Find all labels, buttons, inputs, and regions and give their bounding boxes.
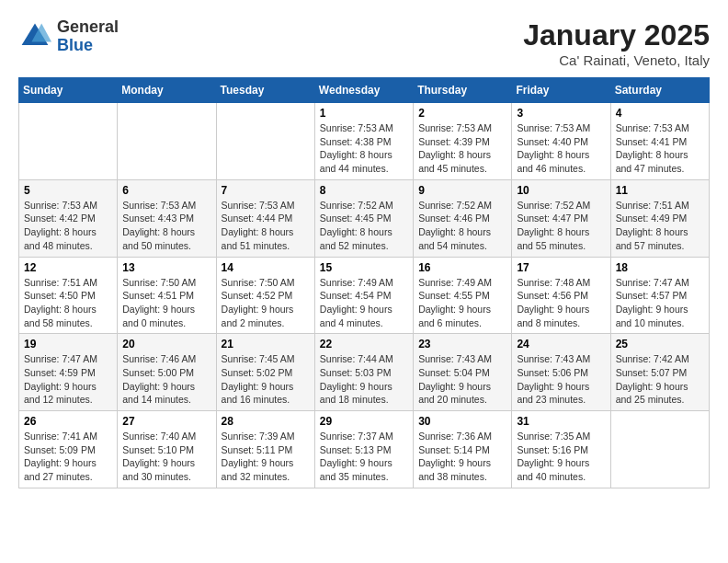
title-block: January 2025 Ca' Rainati, Veneto, Italy — [523, 18, 710, 68]
day-info: Sunrise: 7:52 AM Sunset: 4:47 PM Dayligh… — [517, 199, 605, 253]
calendar-cell: 1Sunrise: 7:53 AM Sunset: 4:38 PM Daylig… — [314, 103, 413, 180]
weekday-header: Sunday — [19, 78, 118, 103]
calendar-cell: 21Sunrise: 7:45 AM Sunset: 5:02 PM Dayli… — [216, 334, 314, 411]
day-info: Sunrise: 7:48 AM Sunset: 4:56 PM Dayligh… — [517, 276, 605, 330]
day-number: 20 — [122, 338, 210, 350]
month-title: January 2025 — [523, 18, 710, 52]
day-number: 13 — [122, 261, 210, 274]
day-number: 15 — [320, 261, 408, 274]
day-info: Sunrise: 7:43 AM Sunset: 5:04 PM Dayligh… — [418, 352, 506, 407]
calendar-cell: 9Sunrise: 7:52 AM Sunset: 4:46 PM Daylig… — [414, 179, 512, 257]
calendar-cell: 31Sunrise: 7:35 AM Sunset: 5:16 PM Dayli… — [512, 411, 610, 488]
day-info: Sunrise: 7:35 AM Sunset: 5:16 PM Dayligh… — [517, 430, 605, 484]
calendar-cell: 5Sunrise: 7:53 AM Sunset: 4:42 PM Daylig… — [19, 179, 118, 257]
weekday-header: Tuesday — [216, 78, 314, 103]
calendar-cell: 18Sunrise: 7:47 AM Sunset: 4:57 PM Dayli… — [610, 257, 709, 334]
day-number: 28 — [222, 415, 310, 428]
calendar-cell — [610, 411, 709, 488]
day-number: 12 — [24, 261, 112, 274]
weekday-header: Thursday — [414, 78, 512, 103]
day-number: 23 — [418, 338, 506, 350]
day-info: Sunrise: 7:47 AM Sunset: 4:59 PM Dayligh… — [24, 352, 112, 407]
calendar-week-row: 5Sunrise: 7:53 AM Sunset: 4:42 PM Daylig… — [19, 179, 710, 257]
day-number: 14 — [222, 261, 310, 274]
calendar-table: SundayMondayTuesdayWednesdayThursdayFrid… — [18, 77, 710, 488]
day-info: Sunrise: 7:53 AM Sunset: 4:43 PM Dayligh… — [122, 199, 210, 253]
day-info: Sunrise: 7:36 AM Sunset: 5:14 PM Dayligh… — [418, 430, 506, 484]
day-number: 6 — [122, 184, 210, 197]
calendar-cell: 3Sunrise: 7:53 AM Sunset: 4:40 PM Daylig… — [512, 103, 610, 180]
calendar-cell: 8Sunrise: 7:52 AM Sunset: 4:45 PM Daylig… — [314, 179, 413, 257]
calendar-cell — [19, 103, 118, 180]
day-number: 16 — [418, 261, 506, 274]
calendar-cell: 6Sunrise: 7:53 AM Sunset: 4:43 PM Daylig… — [118, 179, 216, 257]
day-number: 10 — [517, 184, 605, 197]
day-info: Sunrise: 7:45 AM Sunset: 5:02 PM Dayligh… — [222, 352, 310, 407]
day-number: 31 — [517, 415, 605, 428]
day-info: Sunrise: 7:47 AM Sunset: 4:57 PM Dayligh… — [616, 276, 704, 330]
page-header: General Blue January 2025 Ca' Rainati, V… — [18, 18, 710, 68]
day-info: Sunrise: 7:53 AM Sunset: 4:44 PM Dayligh… — [222, 199, 310, 253]
calendar-cell: 15Sunrise: 7:49 AM Sunset: 4:54 PM Dayli… — [314, 257, 413, 334]
calendar-cell: 27Sunrise: 7:40 AM Sunset: 5:10 PM Dayli… — [118, 411, 216, 488]
calendar-week-row: 19Sunrise: 7:47 AM Sunset: 4:59 PM Dayli… — [19, 334, 710, 411]
day-info: Sunrise: 7:53 AM Sunset: 4:39 PM Dayligh… — [418, 121, 506, 176]
day-info: Sunrise: 7:42 AM Sunset: 5:07 PM Dayligh… — [616, 352, 704, 407]
day-info: Sunrise: 7:51 AM Sunset: 4:49 PM Dayligh… — [616, 199, 704, 253]
day-number: 29 — [320, 415, 408, 428]
calendar-cell: 22Sunrise: 7:44 AM Sunset: 5:03 PM Dayli… — [314, 334, 413, 411]
weekday-header: Wednesday — [314, 78, 413, 103]
day-info: Sunrise: 7:53 AM Sunset: 4:38 PM Dayligh… — [320, 121, 408, 176]
weekday-header-row: SundayMondayTuesdayWednesdayThursdayFrid… — [19, 78, 710, 103]
day-number: 18 — [616, 261, 704, 274]
day-number: 26 — [24, 415, 112, 428]
calendar-cell: 30Sunrise: 7:36 AM Sunset: 5:14 PM Dayli… — [414, 411, 512, 488]
calendar-cell: 26Sunrise: 7:41 AM Sunset: 5:09 PM Dayli… — [19, 411, 118, 488]
weekday-header: Friday — [512, 78, 610, 103]
calendar-cell: 23Sunrise: 7:43 AM Sunset: 5:04 PM Dayli… — [414, 334, 512, 411]
day-number: 7 — [222, 184, 310, 197]
logo-text: General Blue — [57, 18, 119, 55]
day-number: 9 — [418, 184, 506, 197]
calendar-cell: 17Sunrise: 7:48 AM Sunset: 4:56 PM Dayli… — [512, 257, 610, 334]
weekday-header: Monday — [118, 78, 216, 103]
day-info: Sunrise: 7:46 AM Sunset: 5:00 PM Dayligh… — [122, 352, 210, 407]
day-number: 19 — [24, 338, 112, 350]
day-info: Sunrise: 7:44 AM Sunset: 5:03 PM Dayligh… — [320, 352, 408, 407]
day-number: 1 — [320, 107, 408, 120]
calendar-week-row: 26Sunrise: 7:41 AM Sunset: 5:09 PM Dayli… — [19, 411, 710, 488]
day-info: Sunrise: 7:52 AM Sunset: 4:46 PM Dayligh… — [418, 199, 506, 253]
calendar-cell: 19Sunrise: 7:47 AM Sunset: 4:59 PM Dayli… — [19, 334, 118, 411]
day-number: 8 — [320, 184, 408, 197]
day-info: Sunrise: 7:39 AM Sunset: 5:11 PM Dayligh… — [222, 430, 310, 484]
day-number: 11 — [616, 184, 704, 197]
day-number: 2 — [418, 107, 506, 120]
weekday-header: Saturday — [610, 78, 709, 103]
calendar-cell: 16Sunrise: 7:49 AM Sunset: 4:55 PM Dayli… — [414, 257, 512, 334]
day-info: Sunrise: 7:41 AM Sunset: 5:09 PM Dayligh… — [24, 430, 112, 484]
day-info: Sunrise: 7:53 AM Sunset: 4:40 PM Dayligh… — [517, 121, 605, 176]
calendar-cell: 12Sunrise: 7:51 AM Sunset: 4:50 PM Dayli… — [19, 257, 118, 334]
calendar-cell: 2Sunrise: 7:53 AM Sunset: 4:39 PM Daylig… — [414, 103, 512, 180]
calendar-cell: 20Sunrise: 7:46 AM Sunset: 5:00 PM Dayli… — [118, 334, 216, 411]
calendar-cell: 10Sunrise: 7:52 AM Sunset: 4:47 PM Dayli… — [512, 179, 610, 257]
day-info: Sunrise: 7:37 AM Sunset: 5:13 PM Dayligh… — [320, 430, 408, 484]
day-number: 17 — [517, 261, 605, 274]
calendar-cell: 13Sunrise: 7:50 AM Sunset: 4:51 PM Dayli… — [118, 257, 216, 334]
day-number: 24 — [517, 338, 605, 350]
day-info: Sunrise: 7:53 AM Sunset: 4:42 PM Dayligh… — [24, 199, 112, 253]
day-number: 22 — [320, 338, 408, 350]
calendar-cell: 11Sunrise: 7:51 AM Sunset: 4:49 PM Dayli… — [610, 179, 709, 257]
day-number: 27 — [122, 415, 210, 428]
day-number: 30 — [418, 415, 506, 428]
day-info: Sunrise: 7:49 AM Sunset: 4:55 PM Dayligh… — [418, 276, 506, 330]
calendar-cell: 28Sunrise: 7:39 AM Sunset: 5:11 PM Dayli… — [216, 411, 314, 488]
day-number: 4 — [616, 107, 704, 120]
day-info: Sunrise: 7:51 AM Sunset: 4:50 PM Dayligh… — [24, 276, 112, 330]
calendar-week-row: 12Sunrise: 7:51 AM Sunset: 4:50 PM Dayli… — [19, 257, 710, 334]
calendar-week-row: 1Sunrise: 7:53 AM Sunset: 4:38 PM Daylig… — [19, 103, 710, 180]
day-number: 5 — [24, 184, 112, 197]
logo: General Blue — [18, 18, 119, 55]
calendar-cell: 24Sunrise: 7:43 AM Sunset: 5:06 PM Dayli… — [512, 334, 610, 411]
calendar-cell — [118, 103, 216, 180]
